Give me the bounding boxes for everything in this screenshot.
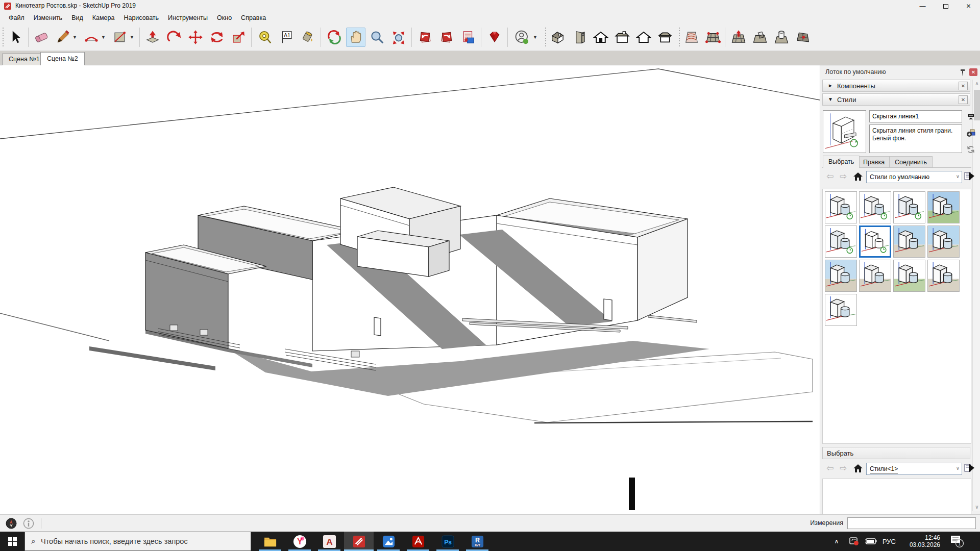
style-name-input[interactable] bbox=[869, 110, 962, 122]
notification-center-icon[interactable]: 1 bbox=[945, 532, 969, 551]
line-tool-icon[interactable] bbox=[53, 28, 72, 47]
smoove-tool-icon[interactable] bbox=[729, 28, 748, 47]
style-thumbnail-11[interactable] bbox=[893, 260, 925, 292]
menu-edit[interactable]: Изменить bbox=[29, 13, 67, 22]
arc-tool-icon[interactable] bbox=[82, 28, 101, 47]
select-tool-icon[interactable] bbox=[6, 28, 26, 47]
tray-close-button[interactable]: ✕ bbox=[969, 68, 977, 76]
close-button[interactable]: ✕ bbox=[957, 0, 980, 12]
previous-view-icon[interactable] bbox=[415, 28, 435, 47]
rotate-tool-icon[interactable] bbox=[207, 28, 227, 47]
tab-mix[interactable]: Соединить bbox=[889, 156, 933, 167]
styles-collection-dropdown[interactable]: Стили по умолчанию∨ bbox=[866, 171, 962, 183]
taskbar-app-yandex-browser[interactable]: Y bbox=[285, 532, 314, 551]
style-thumbnail-6-selected[interactable] bbox=[859, 226, 891, 258]
start-button[interactable] bbox=[0, 532, 24, 551]
details-menu-icon[interactable] bbox=[964, 463, 975, 475]
details-menu-icon[interactable] bbox=[964, 171, 975, 183]
styles-close-button[interactable]: ✕ bbox=[959, 95, 968, 104]
top-view-icon[interactable] bbox=[612, 28, 632, 47]
style-thumbnail-4[interactable] bbox=[927, 191, 960, 223]
tray-notification-app-icon[interactable] bbox=[845, 532, 863, 551]
move-tool-icon[interactable] bbox=[186, 28, 205, 47]
style-description[interactable]: Скрытая линия стиля грани. Белый фон. bbox=[869, 124, 962, 153]
taskbar-app-sketchup[interactable] bbox=[344, 532, 374, 551]
drape-tool-icon[interactable] bbox=[772, 28, 791, 47]
style-thumbnail-3[interactable] bbox=[893, 191, 925, 223]
next-view-icon[interactable] bbox=[437, 28, 456, 47]
minimize-button[interactable]: — bbox=[911, 0, 934, 12]
rectangle-tool-icon[interactable] bbox=[110, 28, 130, 47]
nav-back-icon[interactable]: ⇦ bbox=[826, 463, 834, 473]
battery-icon[interactable] bbox=[862, 532, 880, 551]
style-thumbnail-12[interactable] bbox=[927, 260, 960, 292]
style-thumbnail-2[interactable] bbox=[859, 191, 891, 223]
back-view-icon[interactable] bbox=[634, 28, 653, 47]
style-thumbnail-10[interactable] bbox=[859, 260, 891, 292]
user-account-dropdown[interactable]: ▼ bbox=[533, 35, 539, 40]
home-icon[interactable] bbox=[853, 463, 863, 473]
sandbox-toolbar-handle[interactable] bbox=[678, 28, 680, 47]
ruby-console-icon[interactable] bbox=[485, 28, 504, 47]
section-styles[interactable]: ▼ Стили ✕ bbox=[822, 93, 970, 106]
tab-select[interactable]: Выбрать bbox=[823, 156, 860, 168]
taskbar-app-revit[interactable]: RRVT bbox=[462, 532, 492, 551]
scroll-down-icon[interactable]: ∨ bbox=[973, 503, 980, 511]
menu-draw[interactable]: Нарисовать bbox=[119, 13, 163, 22]
nav-forward-icon[interactable]: ⇨ bbox=[840, 463, 847, 473]
taskbar-app-photoshop[interactable]: Ps bbox=[433, 532, 462, 551]
scroll-up-icon[interactable]: ∧ bbox=[973, 80, 980, 88]
style-thumbnail-9[interactable] bbox=[825, 260, 857, 292]
taskbar-app-autocad[interactable]: A bbox=[314, 532, 344, 551]
components-close-button[interactable]: ✕ bbox=[959, 82, 968, 90]
tray-chevron-icon[interactable]: ∧ bbox=[829, 532, 844, 551]
eraser-tool-icon[interactable] bbox=[32, 28, 51, 47]
style-thumbnail-13[interactable] bbox=[825, 294, 857, 326]
taskbar-app-file-explorer[interactable] bbox=[255, 532, 285, 551]
language-indicator[interactable]: РУС bbox=[879, 532, 899, 551]
style-thumbnail-7[interactable] bbox=[893, 226, 925, 258]
pan-tool-icon[interactable] bbox=[346, 28, 365, 47]
front-view-icon[interactable] bbox=[591, 28, 610, 47]
scale-tool-icon[interactable] bbox=[229, 28, 248, 47]
clock[interactable]: 12:46 03.03.2026 bbox=[901, 532, 940, 551]
menu-tools[interactable]: Инструменты bbox=[163, 13, 212, 22]
credits-info-icon[interactable] bbox=[22, 517, 35, 530]
zoom-extents-tool-icon[interactable] bbox=[389, 28, 408, 47]
model-viewport[interactable] bbox=[0, 65, 820, 514]
toolbar-drag-handle[interactable] bbox=[2, 28, 4, 47]
style-thumbnail-8[interactable] bbox=[927, 226, 960, 258]
measurements-input[interactable] bbox=[847, 517, 976, 529]
arc-tool-dropdown[interactable]: ▼ bbox=[101, 35, 107, 40]
menu-file[interactable]: Файл bbox=[4, 13, 29, 22]
home-icon[interactable] bbox=[853, 171, 863, 182]
section-components[interactable]: ► Компоненты ✕ bbox=[822, 80, 970, 92]
text-tool-icon[interactable]: A1 bbox=[277, 28, 296, 47]
push-pull-tool-icon[interactable] bbox=[143, 28, 162, 47]
taskbar-app-adobe-acrobat[interactable] bbox=[403, 532, 433, 551]
zoom-tool-icon[interactable] bbox=[368, 28, 387, 47]
export-document-icon[interactable] bbox=[458, 28, 478, 47]
style-thumbnail-1[interactable] bbox=[825, 191, 857, 223]
nav-forward-icon[interactable]: ⇨ bbox=[840, 171, 847, 182]
follow-me-tool-icon[interactable] bbox=[164, 28, 184, 47]
stamp-tool-icon[interactable] bbox=[750, 28, 770, 47]
menu-camera[interactable]: Камера bbox=[88, 13, 119, 22]
iso-view-icon[interactable] bbox=[548, 28, 568, 47]
line-tool-dropdown[interactable]: ▼ bbox=[72, 35, 79, 40]
refresh-style-icon[interactable] bbox=[965, 144, 976, 155]
scene-tab-1[interactable]: Сцена №1 bbox=[2, 54, 46, 65]
rectangle-tool-dropdown[interactable]: ▼ bbox=[130, 35, 136, 40]
paint-bucket-tool-icon[interactable] bbox=[298, 28, 317, 47]
views-toolbar-handle[interactable] bbox=[544, 28, 547, 47]
create-style-icon[interactable] bbox=[965, 128, 976, 139]
menu-window[interactable]: Окно bbox=[212, 13, 236, 22]
taskbar-app-photos[interactable] bbox=[374, 532, 403, 551]
tape-measure-tool-icon[interactable] bbox=[255, 28, 275, 47]
menu-help[interactable]: Справка bbox=[236, 13, 271, 22]
style-thumbnail-5[interactable] bbox=[825, 226, 857, 258]
nav-back-icon[interactable]: ⇦ bbox=[826, 171, 834, 182]
geolocation-icon[interactable] bbox=[5, 517, 17, 530]
taskbar-search[interactable]: ⌕ Чтобы начать поиск, введите здесь запр… bbox=[24, 532, 251, 551]
user-account-icon[interactable] bbox=[512, 28, 532, 47]
